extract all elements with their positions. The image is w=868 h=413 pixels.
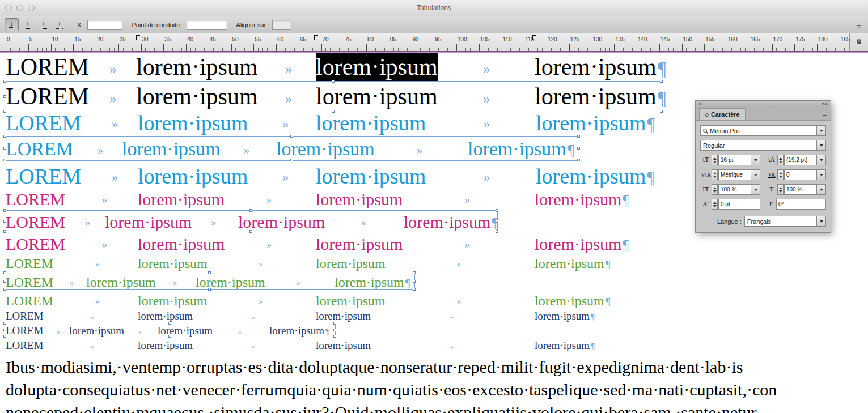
tabbed-text[interactable]: LOREM <box>6 325 44 337</box>
align-on-input[interactable] <box>272 20 291 30</box>
tabbed-text[interactable]: LOREM <box>6 110 81 136</box>
tabbed-text[interactable]: lorem·ipsum <box>138 256 208 271</box>
baseline-shift-stepper[interactable] <box>712 199 718 210</box>
language-select[interactable]: Français <box>744 216 826 227</box>
font-family-select[interactable]: Minion Pro <box>700 125 826 136</box>
document-area[interactable]: LOREM»lorem·ipsum»lorem·ipsum»lorem·ipsu… <box>0 52 868 413</box>
panel-collapse-icon[interactable]: «« <box>822 100 828 107</box>
ruler-tab-stop-marker[interactable] <box>136 35 140 40</box>
leading-dropdown-button[interactable] <box>816 155 825 165</box>
panel-close-button[interactable]: × <box>698 100 702 107</box>
tabbed-text[interactable]: lorem·ipsum¶ <box>404 212 498 232</box>
tabbed-text[interactable]: lorem·ipsum¶ <box>269 325 329 337</box>
tabbed-text[interactable]: lorem·ipsum <box>138 339 193 352</box>
ruler-tab-stop-marker[interactable] <box>532 35 536 40</box>
tabbed-text[interactable]: lorem·ipsum <box>136 53 258 82</box>
font-size-dropdown-button[interactable] <box>751 155 760 165</box>
minimize-window-button[interactable] <box>16 5 23 11</box>
tabbed-text[interactable]: lorem·ipsum¶ <box>535 83 666 111</box>
font-family-dropdown-button[interactable] <box>816 126 825 135</box>
tabbed-text[interactable]: lorem·ipsum¶ <box>535 234 629 254</box>
tabbed-text[interactable]: lorem·ipsum <box>138 189 225 209</box>
tracking-dropdown-button[interactable] <box>816 170 825 180</box>
horizontal-scale-dropdown-button[interactable] <box>816 185 825 194</box>
tabbed-text[interactable]: lorem·ipsum <box>138 110 248 136</box>
tabbed-text[interactable]: lorem·ipsum <box>69 325 124 337</box>
tabbed-text[interactable]: LOREM <box>6 234 65 254</box>
tabbed-text[interactable]: lorem·ipsum <box>136 83 258 111</box>
tabbed-text[interactable]: LOREM <box>6 83 89 111</box>
tabbed-text[interactable]: lorem·ipsum <box>316 234 403 254</box>
tabbed-text[interactable]: LOREM <box>6 53 89 82</box>
tabbed-text[interactable]: lorem·ipsum <box>105 212 192 232</box>
character-panel[interactable]: × «« ◇ Caractère ≡ Minion Pro Regular <box>695 100 831 233</box>
frame-handle[interactable] <box>333 329 336 331</box>
tabbed-text[interactable]: LOREM <box>6 138 73 160</box>
frame-handle[interactable] <box>413 280 416 283</box>
tabbed-text[interactable]: LOREM <box>6 164 81 189</box>
toolbar-menu-icon[interactable]: ≡ <box>856 20 861 30</box>
snap-above-frame-button[interactable] <box>849 33 868 51</box>
tabbed-text[interactable]: LOREM <box>6 212 65 232</box>
leading-stepper[interactable] <box>777 155 784 165</box>
kerning-field[interactable]: Métrique <box>718 169 760 180</box>
tabbed-text[interactable]: LOREM <box>6 189 65 209</box>
paragraph-line[interactable]: dolupta·consequiatus·net·venecer·ferrumq… <box>6 380 777 399</box>
tabbed-text[interactable]: lorem·ipsum¶ <box>535 339 595 352</box>
tabbed-text[interactable]: lorem·ipsum <box>316 164 426 189</box>
tabbed-text[interactable]: lorem·ipsum <box>316 310 371 322</box>
tabbed-text[interactable]: lorem·ipsum¶ <box>535 293 611 309</box>
frame-handle[interactable] <box>333 322 336 325</box>
kerning-dropdown-button[interactable] <box>751 170 760 180</box>
frame-handle[interactable] <box>333 335 336 338</box>
tabbed-text[interactable]: LOREM <box>6 293 53 309</box>
close-window-button[interactable] <box>5 5 12 11</box>
panel-titlebar[interactable]: × «« <box>696 101 831 108</box>
tabbed-text[interactable]: lorem·ipsum <box>158 325 213 337</box>
tabbed-text[interactable]: lorem·ipsum¶ <box>535 310 595 322</box>
paragraph-line[interactable]: noneceped·elentiu·mquaecus,·simusda·sus·… <box>6 403 757 413</box>
tab-align-decimal-button[interactable]: ↓ <box>52 18 66 31</box>
panel-tab-caractere[interactable]: ◇ Caractère <box>699 108 746 120</box>
language-dropdown-button[interactable] <box>816 216 825 226</box>
vertical-scale-field[interactable]: 100 % <box>718 184 760 195</box>
leader-input[interactable] <box>187 20 227 30</box>
frame-handle[interactable] <box>577 147 580 150</box>
tab-left-justified-button[interactable]: ↓ <box>5 18 19 31</box>
tabbed-text[interactable]: lorem·ipsum <box>316 83 438 111</box>
tab-right-justified-button[interactable]: ↓ <box>36 18 50 31</box>
tabbed-text[interactable]: lorem·ipsum¶ <box>468 138 574 160</box>
tabbed-text[interactable]: lorem·ipsum¶ <box>536 164 655 189</box>
font-size-field[interactable]: 16 pt <box>718 155 760 165</box>
tabbed-text[interactable]: lorem·ipsum¶ <box>335 274 410 290</box>
selected-text[interactable]: lorem·ipsum <box>316 53 438 82</box>
frame-handle[interactable] <box>413 271 416 274</box>
zoom-window-button[interactable] <box>28 5 35 11</box>
tabs-ruler[interactable]: 0510152025303540455055606570758085909510… <box>0 33 868 52</box>
tabbed-text[interactable]: lorem·ipsum <box>316 189 403 209</box>
tabbed-text[interactable]: lorem·ipsum <box>316 110 426 136</box>
vertical-scale-stepper[interactable] <box>712 184 718 195</box>
skew-field[interactable]: 0° <box>776 199 826 210</box>
tabbed-text[interactable]: LOREM <box>6 339 44 352</box>
tabbed-text[interactable]: lorem·ipsum¶ <box>535 189 629 209</box>
frame-handle[interactable] <box>577 159 580 161</box>
tabbed-text[interactable]: lorem·ipsum¶ <box>535 53 666 82</box>
frame-handle[interactable] <box>577 135 580 138</box>
tabbed-text[interactable]: lorem·ipsum¶ <box>535 256 611 271</box>
baseline-shift-field[interactable]: 0 pt <box>718 199 760 210</box>
font-size-stepper[interactable] <box>712 155 718 165</box>
tabbed-text[interactable]: LOREM <box>6 310 44 322</box>
tabbed-text[interactable]: LOREM <box>6 256 53 271</box>
tabbed-text[interactable]: lorem·ipsum <box>316 293 386 309</box>
vertical-scale-dropdown-button[interactable] <box>751 185 760 194</box>
kerning-stepper[interactable] <box>712 169 718 180</box>
horizontal-scale-field[interactable]: 100 % <box>784 184 826 195</box>
tabbed-text[interactable]: lorem·ipsum <box>276 138 375 160</box>
tabbed-text[interactable]: lorem·ipsum <box>86 274 156 290</box>
font-style-dropdown-button[interactable] <box>816 140 825 150</box>
tabbed-text[interactable]: lorem·ipsum <box>138 310 193 322</box>
tracking-field[interactable]: 0 <box>784 169 826 180</box>
tabbed-text[interactable]: lorem·ipsum <box>196 274 265 290</box>
leading-field[interactable]: (19,2 pt) <box>784 155 826 165</box>
